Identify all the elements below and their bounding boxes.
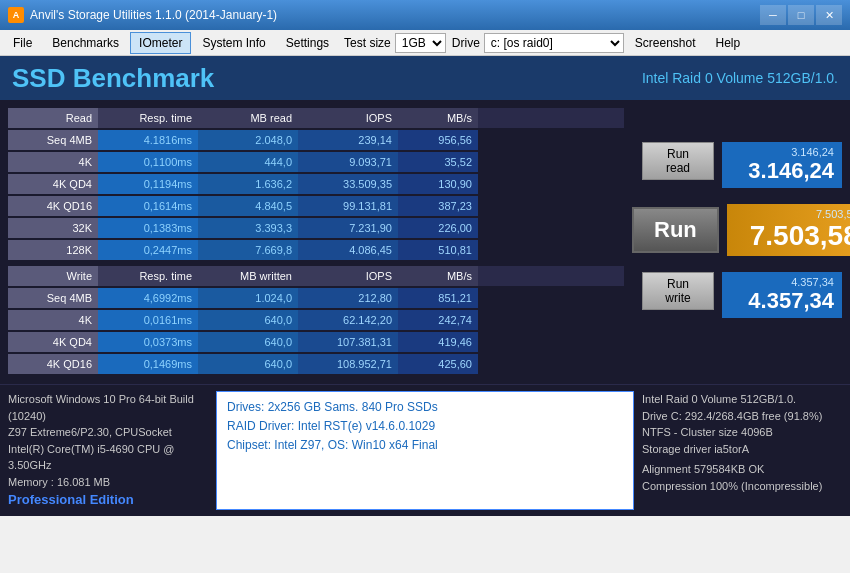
run-button[interactable]: Run [632,207,719,253]
drive-select[interactable]: c: [os raid0] [484,33,624,53]
read-mbs-128k: 510,81 [398,240,478,260]
read-col-header: Read [8,108,98,128]
mb-read-col-header: MB read [198,108,298,128]
write-score-large: 4.357,34 [730,288,834,314]
write-mb-4k: 640,0 [198,310,298,330]
read-mbs-4kqd16: 387,23 [398,196,478,216]
minimize-button[interactable]: ─ [760,5,786,25]
mbs-write-col-header: MB/s [398,266,478,286]
read-score-small: 3.146,24 [730,146,834,158]
read-mbs-4k: 35,52 [398,152,478,172]
menu-settings[interactable]: Settings [277,32,338,54]
read-row-4k: 4K 0,1100ms 444,0 9.093,71 35,52 [8,152,624,172]
run-write-group: Run write 4.357,34 4.357,34 [632,272,842,318]
drives-line2: RAID Driver: Intel RST(e) v14.6.0.1029 [227,417,623,436]
menu-bar: File Benchmarks IOmeter System Info Sett… [0,30,850,56]
read-row-128k: 128K 0,2447ms 7.669,8 4.086,45 510,81 [8,240,624,260]
header-subtitle: Intel Raid 0 Volume 512GB/1.0. [642,70,838,86]
read-row-4kqd16: 4K QD16 0,1614ms 4.840,5 99.131,81 387,2… [8,196,624,216]
total-score-small: 7.503,58 [735,208,850,220]
read-mbs-32k: 226,00 [398,218,478,238]
write-resp-4k: 0,0161ms [98,310,198,330]
run-read-button[interactable]: Run read [642,142,714,180]
write-resp-4kqd4: 0,0373ms [98,332,198,352]
footer-raid-info: Intel Raid 0 Volume 512GB/1.0. Drive C: … [642,391,842,510]
iops-read-col-header: IOPS [298,108,398,128]
drive-group: Drive c: [os raid0] [452,33,624,53]
title-bar: A Anvil's Storage Utilities 1.1.0 (2014-… [0,0,850,30]
window-controls: ─ □ ✕ [760,5,842,25]
write-row-seq4mb: Seq 4MB 4,6992ms 1.024,0 212,80 851,21 [8,288,624,308]
raid-line1: Intel Raid 0 Volume 512GB/1.0. [642,391,842,408]
write-iops-4k: 62.142,20 [298,310,398,330]
resp-time-write-col-header: Resp. time [98,266,198,286]
menu-help[interactable]: Help [707,32,750,54]
maximize-button[interactable]: □ [788,5,814,25]
write-label-4k: 4K [8,310,98,330]
read-mb-128k: 7.669,8 [198,240,298,260]
read-label-4kqd16: 4K QD16 [8,196,98,216]
read-iops-32k: 7.231,90 [298,218,398,238]
read-label-4k: 4K [8,152,98,172]
sys-line4: Memory : 16.081 MB [8,474,208,491]
sys-line1: Microsoft Windows 10 Pro 64-bit Build (1… [8,391,208,424]
footer: Microsoft Windows 10 Pro 64-bit Build (1… [0,384,850,516]
mb-write-col-header: MB written [198,266,298,286]
menu-system-info[interactable]: System Info [193,32,274,54]
write-row-4kqd4: 4K QD4 0,0373ms 640,0 107.381,31 419,46 [8,332,624,352]
menu-screenshot[interactable]: Screenshot [626,32,705,54]
run-write-button[interactable]: Run write [642,272,714,310]
main-content: SSD Benchmark Intel Raid 0 Volume 512GB/… [0,56,850,516]
read-iops-4kqd16: 99.131,81 [298,196,398,216]
read-label-128k: 128K [8,240,98,260]
write-mbs-seq4mb: 851,21 [398,288,478,308]
write-iops-4kqd16: 108.952,71 [298,354,398,374]
menu-file[interactable]: File [4,32,41,54]
write-mb-4kqd16: 640,0 [198,354,298,374]
read-resp-32k: 0,1383ms [98,218,198,238]
read-row-32k: 32K 0,1383ms 3.393,3 7.231,90 226,00 [8,218,624,238]
menu-iometer[interactable]: IOmeter [130,32,191,54]
read-mb-32k: 3.393,3 [198,218,298,238]
run-total-group: Run 7.503,58 7.503,58 [632,204,850,256]
read-row-4kqd4: 4K QD4 0,1194ms 1.636,2 33.509,35 130,90 [8,174,624,194]
test-size-select[interactable]: 1GB 4GB [395,33,446,53]
sys-line3: Intel(R) Core(TM) i5-4690 CPU @ 3.50GHz [8,441,208,474]
write-score-small: 4.357,34 [730,276,834,288]
read-iops-seq4mb: 239,14 [298,130,398,150]
menu-benchmarks[interactable]: Benchmarks [43,32,128,54]
read-label-seq4mb: Seq 4MB [8,130,98,150]
write-iops-4kqd4: 107.381,31 [298,332,398,352]
right-panel: Run read 3.146,24 3.146,24 Run 7.503,58 … [632,108,842,376]
resp-time-col-header: Resp. time [98,108,198,128]
test-size-label: Test size [344,36,391,50]
read-table-header: Read Resp. time MB read IOPS MB/s [8,108,624,128]
read-row-seq4mb: Seq 4MB 4.1816ms 2.048,0 239,14 956,56 [8,130,624,150]
write-mbs-4kqd4: 419,46 [398,332,478,352]
read-mbs-seq4mb: 956,56 [398,130,478,150]
raid-line4: Storage driver ia5torA [642,441,842,458]
write-label-4kqd16: 4K QD16 [8,354,98,374]
read-iops-128k: 4.086,45 [298,240,398,260]
total-score-box: 7.503,58 7.503,58 [727,204,850,256]
raid-line6: Alignment 579584KB OK [642,461,842,478]
app-icon: A [8,7,24,23]
read-mb-4kqd4: 1.636,2 [198,174,298,194]
write-table-header: Write Resp. time MB written IOPS MB/s [8,266,624,286]
read-label-32k: 32K [8,218,98,238]
run-read-group: Run read 3.146,24 3.146,24 [632,142,842,188]
benchmark-table: Read Resp. time MB read IOPS MB/s Seq 4M… [8,108,624,376]
read-mbs-4kqd4: 130,90 [398,174,478,194]
read-resp-4k: 0,1100ms [98,152,198,172]
read-score-large: 3.146,24 [730,158,834,184]
read-mb-4kqd16: 4.840,5 [198,196,298,216]
write-label-4kqd4: 4K QD4 [8,332,98,352]
write-score-box: 4.357,34 4.357,34 [722,272,842,318]
write-resp-4kqd16: 0,1469ms [98,354,198,374]
footer-drives-info: Drives: 2x256 GB Sams. 840 Pro SSDs RAID… [216,391,634,510]
write-row-4k: 4K 0,0161ms 640,0 62.142,20 242,74 [8,310,624,330]
write-iops-seq4mb: 212,80 [298,288,398,308]
pro-edition-label: Professional Edition [8,490,208,510]
read-mb-seq4mb: 2.048,0 [198,130,298,150]
close-button[interactable]: ✕ [816,5,842,25]
